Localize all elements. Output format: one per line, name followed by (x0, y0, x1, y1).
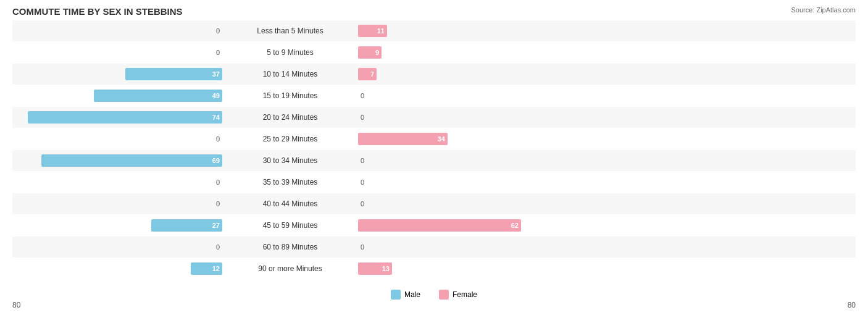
male-value: 74 (212, 114, 220, 121)
table-row: 4915 to 19 Minutes0 (12, 85, 856, 106)
female-value-zero: 0 (361, 178, 364, 186)
axis-left-label: 80 (12, 301, 20, 309)
male-section: 0 (12, 172, 222, 193)
table-row: 040 to 44 Minutes0 (12, 193, 856, 214)
male-bar: 37 (125, 68, 222, 80)
female-value: 11 (377, 27, 385, 35)
male-value: 37 (212, 70, 220, 78)
male-section: 74 (12, 107, 222, 128)
male-value: 27 (212, 222, 220, 229)
row-label: 60 to 89 Minutes (222, 243, 358, 251)
chart-container: COMMUTE TIME BY SEX IN STEBBINS Source: … (0, 0, 868, 323)
female-section: 0 (358, 172, 568, 193)
female-value: 34 (438, 135, 445, 143)
female-section: 0 (358, 237, 568, 258)
male-section: 49 (12, 85, 222, 106)
female-value: 62 (511, 222, 519, 229)
table-row: 1290 or more Minutes13 (12, 258, 856, 279)
table-row: 7420 to 24 Minutes0 (12, 107, 856, 128)
female-section: 11 (358, 20, 568, 41)
male-section: 0 (12, 193, 222, 214)
table-row: 0Less than 5 Minutes11 (12, 20, 856, 41)
table-row: 05 to 9 Minutes9 (12, 42, 856, 63)
female-value-zero: 0 (361, 243, 364, 251)
row-label: 35 to 39 Minutes (222, 178, 358, 187)
row-label: 90 or more Minutes (222, 264, 358, 273)
row-label: 5 to 9 Minutes (222, 48, 358, 57)
table-row: 3710 to 14 Minutes7 (12, 64, 856, 85)
female-bar: 11 (358, 25, 387, 37)
male-bar: 27 (151, 219, 222, 232)
male-section: 0 (12, 128, 222, 149)
male-value-zero: 0 (216, 49, 220, 56)
female-section: 34 (358, 128, 568, 149)
legend-female-label: Female (453, 290, 477, 299)
female-section: 7 (358, 64, 568, 85)
female-section: 9 (358, 42, 568, 63)
male-section: 0 (12, 42, 222, 63)
male-value: 49 (212, 92, 220, 99)
male-value-zero: 0 (216, 178, 220, 186)
male-section: 37 (12, 64, 222, 85)
table-row: 035 to 39 Minutes0 (12, 172, 856, 193)
male-section: 69 (12, 150, 222, 171)
axis-labels: 80 80 (12, 301, 856, 309)
table-row: 6930 to 34 Minutes0 (12, 150, 856, 171)
legend-female-box (439, 290, 449, 300)
source-label: Source: ZipAtlas.com (791, 6, 856, 14)
female-value: 9 (375, 49, 379, 56)
female-value: 7 (370, 70, 374, 78)
table-row: 060 to 89 Minutes0 (12, 237, 856, 258)
female-section: 62 (358, 215, 568, 236)
row-label: 40 to 44 Minutes (222, 199, 358, 208)
table-row: 025 to 29 Minutes34 (12, 128, 856, 149)
female-value-zero: 0 (361, 200, 364, 208)
male-bar: 74 (28, 111, 222, 124)
male-value: 12 (212, 265, 220, 272)
female-bar: 7 (358, 68, 377, 80)
male-value: 69 (212, 157, 220, 164)
row-label: Less than 5 Minutes (222, 27, 358, 35)
row-label: 20 to 24 Minutes (222, 113, 358, 122)
female-value-zero: 0 (361, 114, 364, 121)
legend-male: Male (391, 290, 420, 300)
row-label: 15 to 19 Minutes (222, 91, 358, 100)
female-value-zero: 0 (361, 157, 364, 164)
row-label: 25 to 29 Minutes (222, 135, 358, 143)
male-value-zero: 0 (216, 200, 220, 208)
female-section: 0 (358, 85, 568, 106)
chart-title: COMMUTE TIME BY SEX IN STEBBINS (12, 6, 856, 17)
female-section: 0 (358, 107, 568, 128)
female-bar: 62 (358, 219, 521, 232)
male-value-zero: 0 (216, 135, 220, 143)
legend-male-box (391, 290, 401, 300)
male-section: 27 (12, 215, 222, 236)
female-bar: 34 (358, 133, 448, 145)
male-section: 0 (12, 237, 222, 258)
female-bar: 13 (358, 262, 392, 275)
legend: Male Female (12, 290, 856, 300)
male-value-zero: 0 (216, 243, 220, 251)
legend-female: Female (439, 290, 477, 300)
row-label: 45 to 59 Minutes (222, 221, 358, 230)
male-section: 12 (12, 258, 222, 279)
legend-male-label: Male (404, 290, 420, 299)
axis-right-label: 80 (848, 301, 856, 309)
female-section: 0 (358, 150, 568, 171)
row-label: 30 to 34 Minutes (222, 156, 358, 165)
male-section: 0 (12, 20, 222, 41)
female-value: 13 (382, 265, 390, 272)
male-value-zero: 0 (216, 27, 220, 35)
female-bar: 9 (358, 46, 382, 59)
row-label: 10 to 14 Minutes (222, 70, 358, 78)
male-bar: 69 (41, 154, 222, 167)
male-bar: 12 (191, 262, 222, 275)
female-section: 0 (358, 193, 568, 214)
female-value-zero: 0 (361, 92, 364, 99)
male-bar: 49 (94, 90, 222, 102)
table-row: 2745 to 59 Minutes62 (12, 215, 856, 236)
female-section: 13 (358, 258, 568, 279)
chart-area: 0Less than 5 Minutes1105 to 9 Minutes937… (12, 20, 856, 286)
